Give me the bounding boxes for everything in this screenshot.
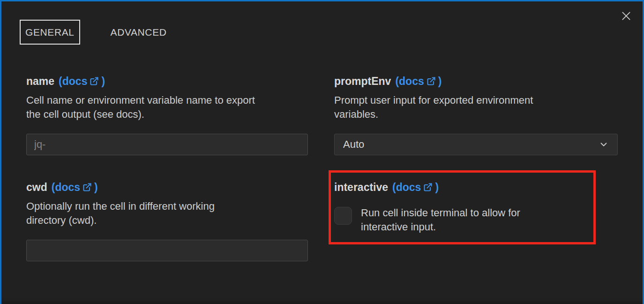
field-interactive: interactive (docs ) Run cel [334, 181, 618, 261]
close-icon [620, 10, 632, 22]
cwd-description: Optionally run the cell in different wor… [26, 199, 308, 228]
tab-advanced[interactable]: ADVANCED [111, 20, 167, 45]
cell-config-dialog: GENERAL ADVANCED name (docs [0, 0, 644, 304]
cwd-input[interactable] [26, 240, 308, 261]
interactive-checkbox[interactable] [334, 207, 352, 225]
name-label-text: name [26, 75, 54, 88]
cwd-label-text: cwd [26, 181, 47, 194]
external-link-icon [82, 182, 92, 192]
close-button[interactable] [619, 9, 633, 23]
tab-bar: GENERAL ADVANCED [20, 20, 618, 45]
name-docs-link[interactable]: (docs ) [59, 75, 105, 88]
promptenv-docs-link[interactable]: (docs ) [395, 75, 442, 88]
cwd-label: cwd (docs ) [26, 181, 308, 194]
tab-advanced-label: ADVANCED [111, 27, 167, 38]
external-link-icon [427, 76, 436, 86]
interactive-checkbox-row: Run cell inside terminal to allow for in… [334, 207, 618, 234]
cwd-docs-link[interactable]: (docs ) [52, 181, 98, 194]
fields-grid: name (docs ) Cell name or environment va… [26, 75, 618, 261]
external-link-icon [90, 76, 99, 86]
promptenv-description: Prompt user input for exported environme… [334, 93, 618, 122]
name-input[interactable] [26, 134, 308, 155]
tab-general-label: GENERAL [25, 27, 75, 38]
field-promptenv: promptEnv (docs ) Prompt user input for … [334, 75, 618, 155]
interactive-label-text: interactive [334, 181, 388, 194]
interactive-docs-link[interactable]: (docs ) [392, 181, 439, 194]
tab-general[interactable]: GENERAL [20, 20, 80, 45]
promptenv-label-text: promptEnv [334, 75, 391, 88]
promptenv-select[interactable]: Auto [334, 134, 618, 155]
field-cwd: cwd (docs ) Optionally run the cell in d… [26, 181, 308, 261]
interactive-label: interactive (docs ) [334, 181, 618, 194]
promptenv-label: promptEnv (docs ) [334, 75, 618, 88]
name-label: name (docs ) [26, 75, 308, 88]
name-description: Cell name or environment variable name t… [26, 93, 308, 122]
interactive-checkbox-label[interactable]: Run cell inside terminal to allow for in… [361, 206, 520, 234]
promptenv-selected-value: Auto [343, 138, 364, 151]
chevron-down-icon [599, 139, 609, 150]
field-name: name (docs ) Cell name or environment va… [26, 75, 308, 155]
external-link-icon [423, 182, 433, 192]
